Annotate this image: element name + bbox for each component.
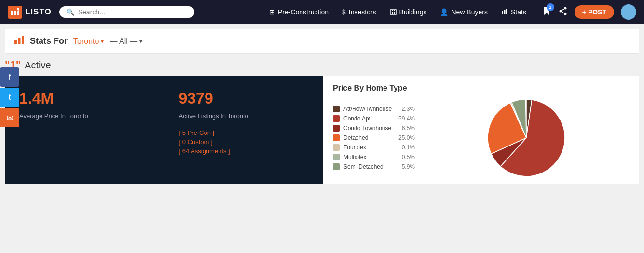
svg-rect-6	[394, 12, 395, 14]
svg-rect-11	[506, 9, 507, 14]
svg-rect-10	[504, 10, 505, 14]
notification-badge: 1	[547, 3, 554, 11]
dark-stats-panel: 1.4M Average Price In Toronto 9379 Activ…	[5, 76, 323, 184]
nav-item-investors[interactable]: $ Investors	[342, 8, 376, 16]
nav-label-pre-construction: Pre-Construction	[278, 8, 329, 16]
legend-name: Att/Row/Twnhouse	[343, 106, 398, 112]
main-content: "1" Active 1.4M Average Price In Toronto…	[0, 54, 644, 184]
facebook-share-button[interactable]: f	[0, 67, 19, 87]
new-buyers-icon: 👤	[440, 8, 448, 16]
nav-item-new-buyers[interactable]: 👤 New Buyers	[440, 8, 487, 16]
legend-item: Detached 25.0%	[333, 134, 415, 141]
bookmark-button[interactable]: 1	[542, 6, 551, 18]
svg-line-16	[561, 11, 565, 14]
active-listings-value: 9379	[179, 90, 309, 107]
active-listings-description: Active Listings In Toronto	[179, 112, 309, 120]
svg-rect-9	[502, 11, 503, 14]
post-button[interactable]: + POST	[575, 5, 614, 19]
search-icon: 🔍	[66, 8, 74, 16]
city-label: Toronto	[73, 37, 99, 46]
filter-label: — All —	[110, 37, 137, 46]
legend-item: Condo Apt 59.4%	[333, 115, 415, 122]
price-home-type-panel: Price By Home Type Att/Row/Twnhouse 2.3%…	[323, 76, 639, 184]
legend-color-dot	[333, 134, 340, 141]
logo[interactable]: LISTO	[8, 6, 52, 19]
legend-color-dot	[333, 125, 340, 132]
legend-pct: 6.5%	[402, 125, 415, 132]
pre-construction-icon: ⊞	[269, 8, 275, 16]
avg-price-description: Average Price In Toronto	[19, 112, 150, 120]
legend-color-dot	[333, 163, 340, 170]
legend-pct: 25.0%	[398, 134, 415, 141]
svg-rect-17	[14, 40, 17, 44]
stats-bar-icon	[14, 36, 24, 47]
navbar: LISTO 🔍 ⊞ Pre-Construction $ Investors	[0, 0, 644, 24]
avatar[interactable]	[621, 4, 636, 20]
custom-link[interactable]: [ 0 Custom ]	[179, 138, 309, 146]
legend-item: Multiplex 0.5%	[333, 154, 415, 160]
logo-text: LISTO	[25, 7, 52, 17]
svg-rect-5	[392, 12, 393, 14]
legend-item: Semi-Detached 5.9%	[333, 163, 415, 170]
nav-label-stats: Stats	[511, 8, 526, 16]
svg-rect-19	[22, 36, 24, 44]
legend-item: Condo Townhouse 6.5%	[333, 125, 415, 132]
search-container: 🔍	[59, 6, 194, 18]
nav-item-buildings[interactable]: Buildings	[390, 8, 427, 16]
svg-rect-2	[17, 8, 19, 15]
legend-color-dot	[333, 115, 340, 122]
legend-item: Fourplex 0.1%	[333, 144, 415, 151]
listing-links: [ 5 Pre-Con ] [ 0 Custom ] [ 64 Assignme…	[179, 129, 309, 155]
legend-color-dot	[333, 144, 340, 151]
avg-price-card: 1.4M Average Price In Toronto	[5, 76, 164, 184]
legend-pct: 59.4%	[398, 115, 415, 122]
legend-color-dot	[333, 154, 340, 160]
svg-rect-8	[394, 10, 395, 11]
logo-icon	[8, 6, 22, 19]
legend-pct: 0.1%	[402, 144, 415, 151]
nav-item-pre-construction[interactable]: ⊞ Pre-Construction	[269, 8, 329, 16]
filter-chevron-icon: ▾	[139, 38, 142, 45]
legend-pct: 5.9%	[402, 163, 415, 170]
city-dropdown[interactable]: Toronto ▾	[73, 37, 104, 46]
city-chevron-icon: ▾	[101, 38, 104, 45]
buildings-icon	[390, 8, 397, 16]
share-button[interactable]	[558, 6, 568, 18]
pre-con-link[interactable]: [ 5 Pre-Con ]	[179, 129, 309, 136]
legend-name: Fourplex	[343, 144, 398, 151]
pie-chart	[423, 99, 630, 176]
stats-icon	[501, 8, 508, 16]
svg-line-15	[561, 8, 565, 11]
assignments-link[interactable]: [ 64 Assignments ]	[179, 147, 309, 155]
active-section-label: Active	[25, 60, 51, 71]
avg-price-value: 1.4M	[19, 90, 150, 107]
legend-name: Condo Townhouse	[343, 125, 398, 132]
nav-links: ⊞ Pre-Construction $ Investors Buildings…	[269, 8, 526, 16]
svg-rect-0	[11, 11, 13, 15]
social-sidebar: f t ✉	[0, 67, 19, 127]
price-chart-title: Price By Home Type	[333, 84, 630, 93]
stats-for-label: Stats For	[30, 36, 68, 46]
legend-pct: 2.3%	[402, 106, 415, 112]
investors-icon: $	[342, 8, 346, 16]
filter-dropdown[interactable]: — All — ▾	[110, 37, 142, 46]
legend-name: Semi-Detached	[343, 163, 398, 170]
nav-actions: 1 + POST	[542, 4, 636, 20]
legend-color-dot	[333, 106, 340, 112]
nav-label-buildings: Buildings	[399, 8, 427, 16]
svg-rect-7	[392, 10, 393, 11]
active-listings-card: 9379 Active Listings In Toronto [ 5 Pre-…	[164, 76, 324, 184]
nav-item-stats[interactable]: Stats	[501, 8, 526, 16]
stats-bar: Stats For Toronto ▾ — All — ▾	[5, 29, 639, 54]
legend-name: Condo Apt	[343, 115, 395, 122]
cards-row: 1.4M Average Price In Toronto 9379 Activ…	[5, 76, 639, 184]
nav-label-new-buyers: New Buyers	[451, 8, 487, 16]
legend-list: Att/Row/Twnhouse 2.3% Condo Apt 59.4% Co…	[333, 106, 415, 170]
search-input[interactable]	[78, 8, 188, 16]
active-section-header: "1" Active	[5, 59, 639, 71]
legend-pct: 0.5%	[402, 154, 415, 160]
legend-item: Att/Row/Twnhouse 2.3%	[333, 106, 415, 112]
twitter-share-button[interactable]: t	[0, 88, 19, 107]
price-content: Price By Home Type Att/Row/Twnhouse 2.3%…	[333, 84, 630, 176]
email-share-button[interactable]: ✉	[0, 108, 19, 127]
